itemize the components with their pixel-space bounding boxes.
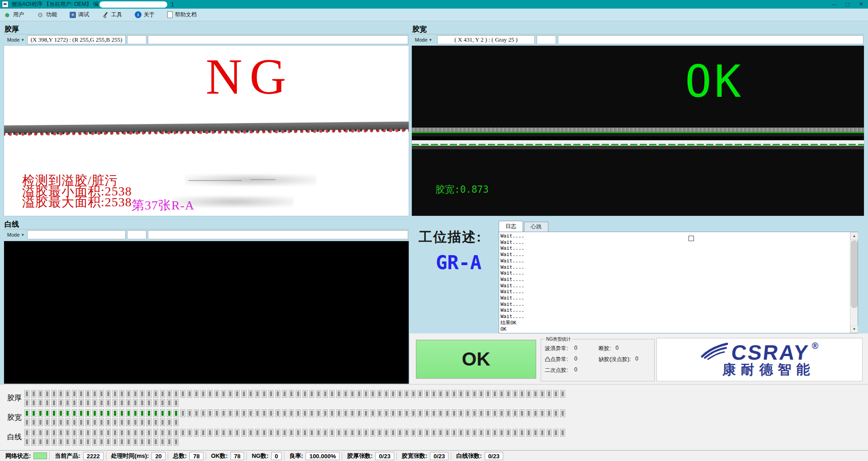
menu-item-工具[interactable]: 工具 (102, 11, 122, 19)
tab-log[interactable]: 日志 (499, 221, 523, 232)
indicator-cell-off (153, 390, 158, 398)
log-line: Wait.... (500, 283, 849, 289)
indicator-cell-off (174, 429, 179, 437)
log-checkbox[interactable] (689, 236, 694, 241)
log-scrollbar[interactable]: ▲ ▼ (850, 232, 858, 333)
indicator-cell-off (160, 390, 165, 398)
jiaohou-mode-dropdown[interactable]: Mode▼ (5, 35, 26, 44)
indicator-cell-off (431, 409, 436, 417)
ng-stat-item: 断胶:0 (599, 345, 651, 352)
indicator-group-白线: 白线 (0, 429, 868, 446)
indicator-cell-off (350, 390, 355, 398)
indicator-cell-off (153, 438, 158, 446)
indicator-cell-off (85, 438, 90, 446)
indicator-cell-off (133, 429, 138, 437)
indicator-cell-off (208, 429, 212, 437)
indicator-row (24, 409, 565, 417)
indicator-cell-on (45, 409, 50, 417)
indicator-cell-off (31, 438, 36, 446)
indicator-cell-off (391, 409, 396, 417)
indicator-cell-off (438, 429, 443, 437)
indicator-cell-off (85, 418, 90, 426)
menu-item-用户[interactable]: ☻用户 (4, 11, 24, 19)
scrollbar-thumb[interactable] (851, 240, 858, 308)
jiaokuan-image-view[interactable]: OK 胶宽:0.873 (411, 45, 864, 216)
indicator-cell-off (553, 390, 558, 398)
minimize-button[interactable]: — (827, 0, 841, 9)
scroll-down-icon[interactable]: ▼ (850, 325, 858, 333)
menu-item-关于[interactable]: i关于 (135, 11, 155, 19)
menu-item-label: 用户 (13, 11, 24, 19)
indicator-cell-off (255, 390, 260, 398)
indicator-cell-off (126, 429, 131, 437)
log-line: Wait.... (500, 276, 849, 283)
indicator-cell-off (38, 438, 43, 446)
frame-indicator-area: 胶厚胶宽白线 (0, 384, 868, 450)
registered-mark-icon: ® (812, 341, 819, 351)
scroll-up-icon[interactable]: ▲ (850, 232, 858, 240)
indicator-cell-off (363, 409, 368, 417)
indicator-cell-off (296, 390, 301, 398)
divider (4, 229, 409, 229)
indicator-cell-off (553, 429, 558, 437)
log-output-area[interactable]: Wait....Wait....Wait....Wait....Wait....… (499, 232, 858, 333)
smudge-mark (174, 196, 293, 208)
indicator-cell-off (465, 409, 470, 417)
indicator-cell-off (472, 429, 477, 437)
menu-item-帮助文档[interactable]: 帮助文档 (167, 11, 197, 19)
indicator-cell-off (133, 399, 138, 407)
status-label: 良率: (289, 452, 303, 460)
indicator-cell-off (296, 409, 301, 417)
jiaohou-image-view[interactable]: NG 检测到溢胶/脏污 溢胶最小面积:2538 溢胶最大面积:2538 第37张… (4, 45, 409, 216)
baixian-image-view[interactable] (4, 241, 409, 384)
indicator-cell-off (289, 409, 294, 417)
indicator-cell-off (126, 438, 131, 446)
indicator-cell-off (384, 390, 389, 398)
indicator-cell-off (404, 390, 409, 398)
tools-icon (102, 11, 109, 19)
menu-item-调试[interactable]: ✕调试 (70, 11, 89, 19)
log-lines: Wait....Wait....Wait....Wait....Wait....… (500, 233, 849, 332)
indicator-cell-off (391, 390, 396, 398)
indicator-cell-off (79, 429, 84, 437)
indicator-cell-off (323, 429, 328, 437)
close-button[interactable]: ✕ (854, 0, 868, 9)
baixian-box-small (127, 230, 146, 239)
indicator-cell-on (160, 409, 165, 417)
indicator-cell-off (282, 429, 287, 437)
jiaokuan-mode-dropdown[interactable]: Mode▼ (413, 35, 434, 44)
tab-heartbeat[interactable]: 心跳 (524, 222, 548, 232)
result-ok-button[interactable]: OK (416, 340, 536, 379)
baixian-mode-dropdown[interactable]: Mode▼ (5, 230, 26, 239)
indicator-cell-off (343, 390, 348, 398)
indicator-cell-off (106, 418, 111, 426)
indicator-cell-on (146, 409, 151, 417)
maximize-button[interactable]: ▢ (841, 0, 854, 9)
indicator-cell-off (255, 409, 260, 417)
menu-bar: ☻用户⚙功能✕调试工具i关于帮助文档 (0, 9, 868, 21)
indicator-cell-off (397, 390, 402, 398)
status-label: 白线张数: (456, 452, 481, 460)
indicator-cell-off (350, 409, 355, 417)
indicator-cell-off (140, 399, 145, 407)
indicator-cell-off (357, 409, 362, 417)
indicator-cell-off (214, 390, 219, 398)
indicator-cell-off (275, 390, 280, 398)
indicator-cell-off (79, 438, 84, 446)
indicator-cell-off (343, 429, 348, 437)
indicator-row (24, 390, 565, 398)
divider (4, 34, 409, 34)
indicator-row (24, 429, 565, 437)
log-line: Wait.... (500, 233, 849, 239)
indicator-cell-off (31, 399, 36, 407)
menu-item-功能[interactable]: ⚙功能 (37, 11, 57, 19)
indicator-cell-off (52, 390, 57, 398)
indicator-cell-off (208, 390, 212, 398)
indicator-cell-off (228, 429, 233, 437)
indicator-cell-off (350, 429, 355, 437)
indicator-cell-off (72, 390, 77, 398)
status-separator (396, 452, 397, 460)
status-separator (206, 452, 206, 460)
indicator-cell-off (547, 390, 552, 398)
indicator-cell-off (140, 429, 145, 437)
